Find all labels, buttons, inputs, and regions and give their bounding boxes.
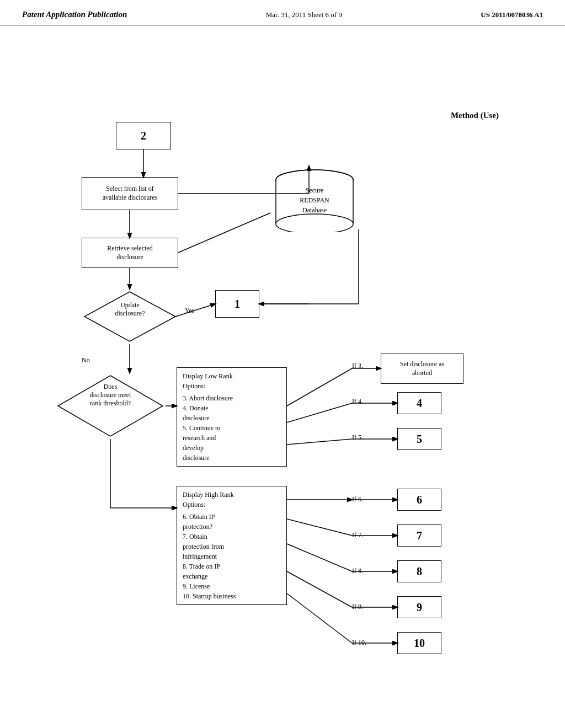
header-center: Mar. 31, 2011 Sheet 6 of 9 — [266, 10, 342, 19]
page-header: Patent Application Publication Mar. 31, … — [0, 0, 565, 25]
yes-label: Yes — [185, 307, 194, 315]
database-label: Secure REDSPAN Database — [270, 185, 359, 215]
if9-label: If 9. — [352, 603, 363, 611]
header-left: Patent Application Publication — [22, 10, 127, 19]
low-rank-title: Display Low Rank Options: — [183, 371, 281, 391]
set-abort-box: Set disclosure as aborted — [381, 354, 463, 384]
if4-label: If 4. — [352, 398, 363, 406]
node-1: 1 — [215, 290, 259, 318]
database-cylinder: Secure REDSPAN Database — [270, 166, 359, 234]
if5-label: If 5. — [352, 433, 363, 442]
node-9: 9 — [397, 596, 441, 618]
node-5: 5 — [397, 428, 441, 450]
rank-text: Does disclosure meet rank threshold? — [72, 383, 149, 408]
svg-line-32 — [287, 571, 352, 607]
no-label: No — [82, 356, 90, 365]
node-6: 6 — [397, 489, 441, 511]
node-8: 8 — [397, 560, 441, 582]
if6-label: If 6. — [352, 495, 363, 504]
svg-line-20 — [287, 368, 352, 406]
method-label: Method (Use) — [451, 111, 499, 120]
select-box: Select from list of available disclosure… — [82, 177, 178, 210]
svg-point-2 — [276, 214, 353, 232]
retrieve-box: Retrieve selected disclosure — [82, 238, 178, 268]
svg-line-28 — [287, 519, 352, 536]
low-rank-options: 3. Abort disclosure 4. Donate disclosure… — [183, 393, 281, 463]
diagram-area: Method (Use) 2 Select from list of avail… — [0, 25, 565, 720]
header-right: US 2011/0078036 A1 — [481, 10, 543, 19]
if3-label: If 3. — [352, 362, 363, 370]
svg-line-22 — [287, 403, 352, 422]
update-diamond: Update disclosure? — [82, 289, 178, 346]
low-rank-box: Display Low Rank Options: 3. Abort discl… — [177, 367, 287, 467]
svg-line-34 — [287, 593, 352, 643]
if8-label: If 8. — [352, 567, 363, 575]
rank-diamond: Does disclosure meet rank threshold? — [55, 373, 166, 441]
node-2: 2 — [116, 122, 171, 149]
update-text: Update disclosure? — [98, 301, 162, 318]
high-rank-options: 6. Obtain IP protection? 7. Obtain prote… — [183, 512, 281, 601]
high-rank-title: Display High Rank Options: — [183, 490, 281, 510]
if7-label: If 7. — [352, 531, 363, 539]
node-10: 10 — [397, 632, 441, 654]
svg-line-24 — [287, 439, 352, 445]
high-rank-box: Display High Rank Options: 6. Obtain IP … — [177, 486, 287, 605]
svg-line-14 — [175, 304, 215, 317]
if10-label: If 10. — [352, 639, 366, 647]
node-7: 7 — [397, 524, 441, 547]
svg-line-8 — [178, 213, 270, 253]
node-4: 4 — [397, 392, 441, 414]
svg-line-30 — [287, 544, 352, 571]
